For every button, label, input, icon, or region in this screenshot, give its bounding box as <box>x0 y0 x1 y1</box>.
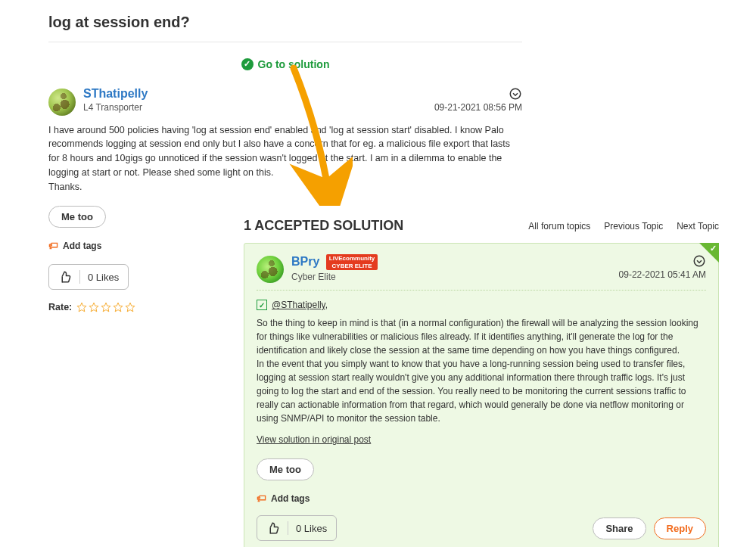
me-too-button[interactable]: Me too <box>257 458 314 480</box>
post-timestamp: 09-21-2021 08:56 PM <box>434 102 522 113</box>
divider <box>257 290 706 291</box>
like-count: 0 Likes <box>88 272 119 283</box>
svg-marker-3 <box>101 303 110 312</box>
question-title: log at session end? <box>48 14 522 31</box>
tag-icon: 🏷 <box>48 240 58 251</box>
mention-link[interactable]: @SThatipelly <box>272 300 325 310</box>
star-icon[interactable] <box>76 302 87 312</box>
cyber-elite-badge: LIVEcommunityCYBER ELITE <box>326 254 378 270</box>
like-count: 0 Likes <box>296 523 327 534</box>
svg-marker-5 <box>126 303 135 312</box>
tag-icon: 🏷 <box>257 493 266 504</box>
previous-topic-link[interactable]: Previous Topic <box>604 221 663 232</box>
svg-marker-1 <box>77 303 86 312</box>
avatar[interactable] <box>48 89 76 116</box>
star-icon[interactable] <box>89 302 99 312</box>
reply-button[interactable]: Reply <box>654 517 706 539</box>
author-link[interactable]: SThatipelly <box>83 87 522 101</box>
add-tags-link[interactable]: 🏷 Add tags <box>48 240 101 251</box>
solution-card: 1 ACCEPTED SOLUTION All forum topics Pre… <box>232 197 731 547</box>
svg-point-0 <box>510 89 521 99</box>
go-to-solution-link[interactable]: ✓ Go to solution <box>241 58 330 70</box>
svg-marker-4 <box>114 303 123 312</box>
check-square-icon: ✓ <box>257 300 267 310</box>
view-solution-in-original-post-link[interactable]: View solution in original post <box>257 433 371 446</box>
avatar[interactable] <box>257 256 284 283</box>
accepted-solution-heading: 1 ACCEPTED SOLUTION <box>244 218 403 234</box>
star-icon[interactable] <box>125 302 135 312</box>
thumb-up-icon <box>58 270 72 284</box>
next-topic-link[interactable]: Next Topic <box>677 221 719 232</box>
author-link[interactable]: BPry <box>291 255 319 268</box>
svg-point-6 <box>694 256 705 266</box>
thumb-up-icon <box>266 521 280 535</box>
question-header: SThatipelly L4 Transporter 09-21-2021 08… <box>48 87 522 113</box>
divider <box>48 42 522 42</box>
options-menu-icon[interactable] <box>509 87 522 101</box>
svg-marker-2 <box>89 303 98 312</box>
question-body: I have around 500 policies having 'log a… <box>48 123 522 194</box>
all-forum-topics-link[interactable]: All forum topics <box>528 221 590 232</box>
me-too-button[interactable]: Me too <box>48 206 106 228</box>
rate-stars[interactable] <box>76 302 135 312</box>
star-icon[interactable] <box>101 302 111 312</box>
like-button[interactable]: 0 Likes <box>48 264 129 290</box>
options-menu-icon[interactable] <box>692 254 706 268</box>
star-icon[interactable] <box>113 302 123 312</box>
share-button[interactable]: Share <box>593 517 646 539</box>
go-to-solution-label: Go to solution <box>258 58 330 70</box>
topic-nav: All forum topics Previous Topic Next Top… <box>528 221 719 232</box>
post-timestamp: 09-22-2021 05:41 AM <box>619 269 706 280</box>
add-tags-link[interactable]: 🏷 Add tags <box>257 493 310 504</box>
like-button[interactable]: 0 Likes <box>257 515 337 541</box>
solution-body-box: BPry LIVEcommunityCYBER ELITE Cyber Elit… <box>244 243 719 547</box>
solution-text: ✓ @SThatipelly, So the thing to keep in … <box>257 298 706 446</box>
check-circle-icon: ✓ <box>241 58 254 70</box>
